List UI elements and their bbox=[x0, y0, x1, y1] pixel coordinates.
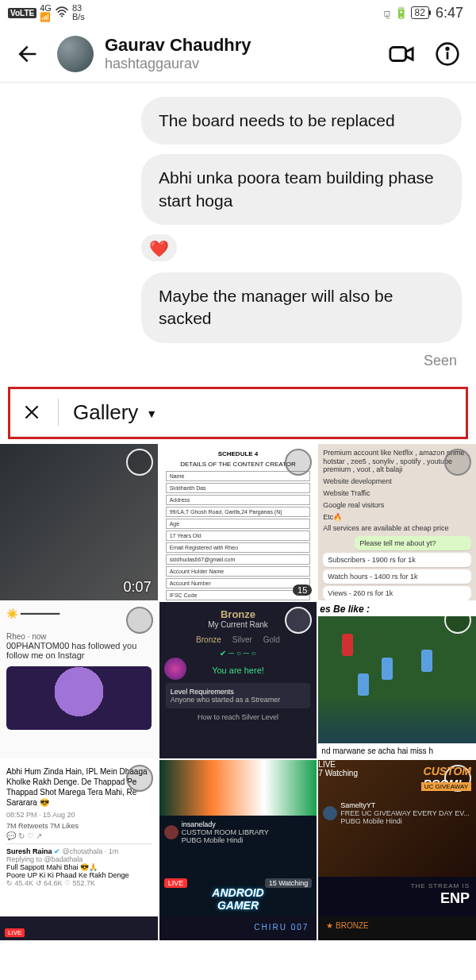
wifi-icon bbox=[55, 6, 69, 20]
info-button[interactable] bbox=[430, 37, 465, 71]
gallery-item[interactable]: insanelady CUSTOM ROOM LIBRARY PUBG Mobi… bbox=[159, 760, 317, 916]
gallery-item[interactable]: ☀️ ━━━━━━━ Rheo · now 00PHANTOM00 has fo… bbox=[0, 602, 158, 758]
gallery-item[interactable]: SCHEDULE 4 DETAILS OF THE CONTENT CREATO… bbox=[159, 444, 317, 600]
select-circle[interactable] bbox=[285, 449, 312, 476]
gallery-item[interactable]: Premium account like Netflix , amazon pr… bbox=[318, 444, 476, 600]
dm-names[interactable]: Gaurav Chaudhry hashtaggaurav bbox=[105, 35, 373, 72]
select-circle[interactable] bbox=[126, 765, 153, 792]
divider bbox=[58, 399, 59, 426]
svg-point-4 bbox=[447, 48, 449, 50]
gallery-item[interactable]: es Be like : nd marwane se acha hai miss… bbox=[318, 602, 476, 758]
status-bar: VoLTE 4G 📶 83 B/s ⚼ 🔋 82 6:47 bbox=[0, 0, 476, 25]
illustration bbox=[6, 666, 152, 730]
select-circle[interactable] bbox=[126, 449, 153, 476]
select-circle[interactable] bbox=[285, 607, 312, 634]
gallery-grid: 0:07 SCHEDULE 4 DETAILS OF THE CONTENT C… bbox=[0, 444, 476, 916]
close-button[interactable] bbox=[20, 402, 44, 422]
gallery-item[interactable]: CUSTOMROOM! UC GIVEAWAY SameltyYT FREE U… bbox=[318, 760, 476, 916]
seen-indicator: Seen bbox=[14, 353, 462, 377]
message-bubble[interactable]: The board needs to be replaced bbox=[141, 97, 462, 145]
data-speed: 83 B/s bbox=[72, 4, 85, 21]
speed-unit: B/s bbox=[72, 13, 85, 21]
signal-bars-icon: 📶 bbox=[40, 13, 52, 21]
gallery-item[interactable]: CHIRU 007 bbox=[159, 916, 317, 940]
select-circle[interactable] bbox=[444, 449, 471, 476]
status-right: ⚼ 🔋 82 6:47 bbox=[383, 5, 463, 21]
gallery-folder-dropdown[interactable]: Gallery ▼ bbox=[73, 400, 157, 425]
username: hashtaggaurav bbox=[105, 56, 373, 72]
gallery-item[interactable]: Bronze My Current Rank Bronze Silver Gol… bbox=[159, 602, 317, 758]
multi-count: 15 bbox=[293, 585, 312, 596]
chat-area: The board needs to be replaced Abhi unka… bbox=[0, 83, 476, 382]
battery-level: 82 bbox=[411, 6, 429, 19]
gallery-item[interactable]: LIVE bbox=[0, 916, 158, 940]
gallery-header: Gallery ▼ bbox=[10, 389, 466, 437]
video-duration: 0:07 bbox=[124, 579, 152, 596]
network-indicator: 4G 📶 bbox=[40, 4, 52, 21]
gallery-header-highlight: Gallery ▼ bbox=[8, 387, 468, 439]
rank-badge-icon bbox=[164, 658, 186, 680]
video-call-button[interactable] bbox=[384, 37, 419, 71]
svg-point-0 bbox=[61, 15, 63, 17]
heart-icon: ❤️ bbox=[141, 234, 177, 261]
battery-icon: 🔋 bbox=[394, 6, 408, 19]
avatar[interactable] bbox=[57, 36, 94, 72]
bluetooth-icon: ⚼ bbox=[383, 6, 391, 20]
display-name: Gaurav Chaudhry bbox=[105, 35, 373, 56]
gallery-folder-label: Gallery bbox=[73, 400, 138, 425]
chevron-down-icon: ▼ bbox=[146, 407, 157, 420]
gallery-grid-partial: LIVE CHIRU 007 ★ BRONZE bbox=[0, 916, 476, 940]
select-circle[interactable] bbox=[126, 607, 153, 634]
gallery-item[interactable]: ★ BRONZE bbox=[318, 916, 476, 940]
gallery-item[interactable]: Abhi Hum Zinda Hain, IPL Mein Dhaaga Kho… bbox=[0, 760, 158, 916]
message-bubble[interactable]: Abhi unka poora team building phase star… bbox=[141, 154, 462, 225]
svg-rect-1 bbox=[390, 47, 406, 60]
dm-header: Gaurav Chaudhry hashtaggaurav bbox=[0, 25, 476, 83]
status-left: VoLTE 4G 📶 83 B/s bbox=[8, 4, 85, 21]
gallery-item[interactable]: 0:07 bbox=[0, 444, 158, 600]
reaction[interactable]: ❤️ bbox=[141, 234, 462, 261]
clock: 6:47 bbox=[436, 5, 463, 21]
back-button[interactable] bbox=[11, 37, 46, 71]
volte-badge: VoLTE bbox=[8, 8, 36, 18]
message-bubble[interactable]: Maybe the manager will also be sacked bbox=[141, 272, 462, 343]
